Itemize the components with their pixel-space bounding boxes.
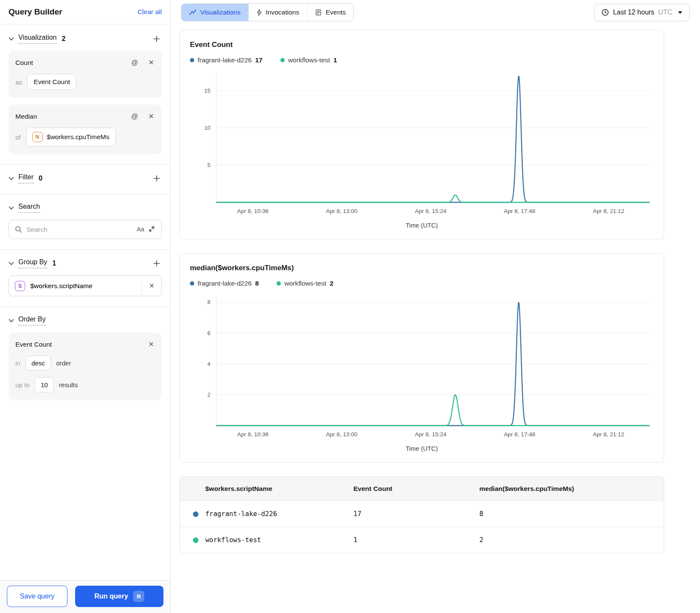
legend-dot [190,281,194,286]
search-input[interactable] [26,226,132,234]
visualization-count: 2 [62,35,66,43]
tab-invocations[interactable]: Invocations [248,4,307,21]
results-table-card: $workers.scriptName Event Count median($… [179,476,664,553]
series-color-dot [193,537,198,543]
count-card-title: Count [15,59,33,67]
in-label: in [15,359,20,367]
svg-text:10: 10 [204,125,210,131]
legend-series-value: 1 [333,56,337,64]
remove-count-button[interactable]: ✕ [148,58,155,67]
group-by-item: S $workers.scriptName ✕ [9,275,162,296]
svg-text:Apr 8, 17:48: Apr 8, 17:48 [504,431,536,438]
legend-dot [277,281,281,286]
svg-text:5: 5 [207,162,210,168]
x-axis-label: Time (UTC) [190,445,653,452]
tab-visualizations[interactable]: Visualizations [181,4,248,21]
chevron-down-icon [9,319,14,323]
order-by-field: Event Count [15,341,52,348]
string-type-badge: S [15,281,25,291]
svg-text:Apr 8, 21:12: Apr 8, 21:12 [593,208,624,214]
clear-all-button[interactable]: Clear all [137,8,162,16]
plus-icon [153,260,160,267]
group-by-section-toggle[interactable]: Group By 1 [9,258,56,269]
run-query-button[interactable]: Run query R [75,586,163,607]
cell-script-name: fragrant-lake-d226 [205,510,353,518]
filter-section: Filter 0 [0,173,170,184]
number-type-badge: N [32,132,43,142]
run-query-shortcut-badge: R [133,591,144,602]
plus-icon [153,175,160,182]
legend-item[interactable]: fragrant-lake-d226 8 [190,280,259,287]
svg-text:8: 8 [207,299,210,305]
visualization-section-toggle[interactable]: Visualization 2 [9,34,65,44]
legend-series-value: 17 [255,56,262,64]
filter-section-label: Filter [18,173,34,184]
divider [0,164,170,165]
visualization-section: Visualization 2 Count @ ✕ [0,34,170,154]
count-alias-field[interactable]: Event Count [27,74,76,90]
divider [0,249,170,250]
sort-direction-select[interactable]: desc [26,356,51,371]
median-field-selector[interactable]: N $workers.cpuTimeMs [26,128,116,146]
order-by-section-label: Order By [18,315,46,326]
save-query-button[interactable]: Save query [7,586,67,607]
chart-title: median($workers.cpuTimeMs) [190,264,653,272]
median-cpu-chart-card: median($workers.cpuTimeMs) fragrant-lake… [179,253,664,463]
content-area: Event Count fragrant-lake-d226 17 workfl… [171,25,700,553]
order-by-section-toggle[interactable]: Order By [9,315,46,326]
filter-count: 0 [39,175,43,182]
alias-at-button[interactable]: @ [130,58,139,67]
main-area: Visualizations Invocations Events Last 1… [171,0,700,613]
document-icon [315,9,322,16]
svg-text:Apr 8, 13:00: Apr 8, 13:00 [326,208,358,214]
search-icon [15,226,22,233]
table-header-event-count: Event Count [353,485,479,493]
timezone-label: UTC [658,9,672,16]
match-case-toggle[interactable]: Aa [137,226,144,233]
result-limit-input[interactable]: 10 [35,377,54,392]
count-visualization-card: Count @ ✕ as Event Count [9,51,162,98]
group-by-field-value: $workers.scriptName [30,282,93,290]
tab-events[interactable]: Events [307,4,353,21]
cell-script-name: workflows-test [205,536,353,544]
svg-text:4: 4 [207,361,210,367]
group-by-section-label: Group By [18,258,47,269]
alias-at-button[interactable]: @ [130,112,139,121]
regex-toggle[interactable] [149,225,155,234]
legend-series-name: workflows-test [284,280,326,287]
remove-order-by-button[interactable]: ✕ [148,340,155,349]
remove-median-button[interactable]: ✕ [148,112,155,121]
cell-median: 2 [479,536,664,544]
add-filter-button[interactable] [152,173,162,184]
svg-text:15: 15 [204,88,210,94]
divider [0,306,170,307]
legend-dot [280,58,285,62]
legend-item[interactable]: workflows-test 2 [277,280,333,287]
close-icon: ✕ [149,341,154,348]
event-count-line-chart: 51015Apr 8, 10:36Apr 8, 13:00Apr 8, 15:2… [190,70,653,221]
add-group-by-button[interactable] [152,258,162,269]
legend-item[interactable]: workflows-test 1 [280,56,337,64]
chart-title: Event Count [190,41,653,49]
series-color-dot [193,511,198,517]
chevron-down-icon [9,206,14,210]
count-alias-value: Event Count [34,78,70,86]
legend-item[interactable]: fragrant-lake-d226 17 [190,56,262,64]
visualization-section-label: Visualization [18,34,57,44]
add-visualization-button[interactable] [152,34,162,44]
search-section: Search Aa [0,203,170,239]
table-row[interactable]: fragrant-lake-d226 17 8 [180,501,664,527]
group-by-count: 1 [52,260,56,267]
search-box: Aa [9,220,162,239]
group-by-field-selector[interactable]: S $workers.scriptName [9,281,142,291]
sidebar-header: Query Builder Clear all [0,0,170,24]
legend-series-value: 2 [330,280,333,287]
search-section-toggle[interactable]: Search [9,203,40,213]
sidebar-body: Visualization 2 Count @ ✕ [0,24,170,580]
filter-section-toggle[interactable]: Filter 0 [9,173,42,184]
legend-series-value: 8 [255,280,259,287]
remove-group-by-button[interactable]: ✕ [142,276,161,296]
chevron-down-icon [9,37,14,41]
time-range-dropdown[interactable]: Last 12 hours UTC [594,4,690,21]
table-row[interactable]: workflows-test 1 2 [180,527,664,553]
